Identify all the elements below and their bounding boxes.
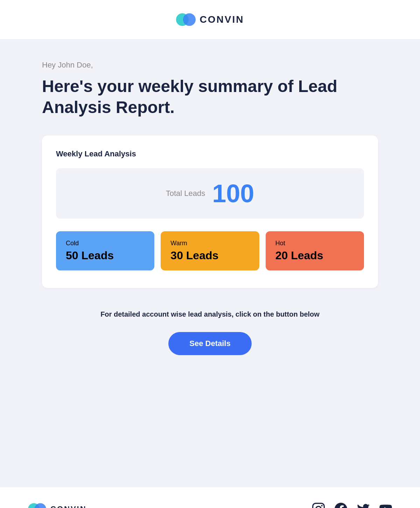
convin-logo-icon bbox=[176, 10, 196, 29]
svg-point-1 bbox=[183, 13, 196, 26]
instagram-icon[interactable] bbox=[312, 503, 325, 508]
cold-lead-count: 50 Leads bbox=[66, 249, 145, 262]
header-logo: CONVIN bbox=[176, 10, 244, 29]
headline-text: Here's your weekly summary of Lead Analy… bbox=[42, 76, 378, 118]
total-leads-label: Total Leads bbox=[166, 189, 205, 198]
footer: CONVIN bbox=[0, 487, 420, 508]
greeting-text: Hey John Doe, bbox=[42, 61, 378, 70]
see-details-button[interactable]: See Details bbox=[168, 332, 251, 355]
footer-logo-text: CONVIN bbox=[50, 505, 87, 508]
total-leads-row: Total Leads 100 bbox=[56, 168, 364, 219]
header: CONVIN bbox=[0, 0, 420, 40]
hot-lead-count: 20 Leads bbox=[275, 249, 354, 262]
total-leads-value: 100 bbox=[212, 181, 254, 206]
youtube-icon[interactable] bbox=[379, 503, 392, 508]
social-icons bbox=[312, 503, 392, 508]
footer-logo: CONVIN bbox=[28, 500, 87, 508]
hot-lead-card: Hot 20 Leads bbox=[266, 231, 364, 270]
main-content: Hey John Doe, Here's your weekly summary… bbox=[0, 40, 420, 487]
warm-lead-type: Warm bbox=[170, 240, 249, 247]
lead-analysis-card: Weekly Lead Analysis Total Leads 100 Col… bbox=[42, 135, 378, 288]
cta-text: For detailed account wise lead analysis,… bbox=[42, 309, 378, 319]
cta-section: For detailed account wise lead analysis,… bbox=[42, 309, 378, 355]
lead-cards-container: Cold 50 Leads Warm 30 Leads Hot 20 Leads bbox=[56, 231, 364, 270]
header-logo-text: CONVIN bbox=[200, 14, 244, 25]
warm-lead-card: Warm 30 Leads bbox=[161, 231, 259, 270]
hot-lead-type: Hot bbox=[275, 240, 354, 247]
twitter-icon[interactable] bbox=[357, 503, 370, 508]
cold-lead-type: Cold bbox=[66, 240, 145, 247]
cold-lead-card: Cold 50 Leads bbox=[56, 231, 154, 270]
card-title: Weekly Lead Analysis bbox=[56, 149, 364, 158]
facebook-icon[interactable] bbox=[335, 503, 347, 508]
warm-lead-count: 30 Leads bbox=[170, 249, 249, 262]
footer-logo-icon bbox=[28, 500, 46, 508]
